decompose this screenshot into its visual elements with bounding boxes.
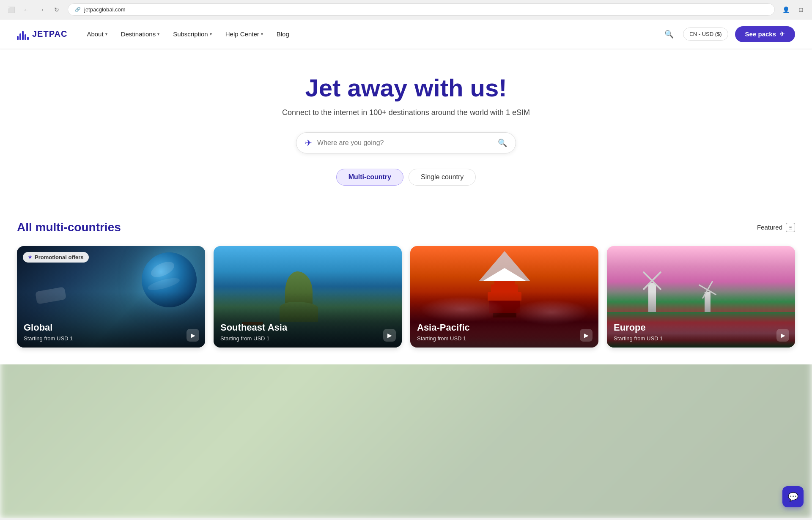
page-wrapper: JETPAC About ▾ Destinations ▾ Subscripti… bbox=[0, 19, 812, 518]
logo-bar-5 bbox=[27, 37, 29, 40]
nav-item-about[interactable]: About ▾ bbox=[81, 27, 113, 41]
search-button[interactable]: 🔍 bbox=[662, 27, 676, 41]
featured-filter-button[interactable]: Featured ⊟ bbox=[757, 223, 795, 232]
card-arrow-sea[interactable]: ▶ bbox=[383, 329, 396, 342]
refresh-button[interactable]: ↻ bbox=[51, 4, 63, 16]
card-arrow-europe[interactable]: ▶ bbox=[776, 329, 789, 342]
split-view-button[interactable]: ⊟ bbox=[795, 4, 807, 16]
account-button[interactable]: 👤 bbox=[780, 4, 792, 16]
promo-badge: ★ Promotional offers bbox=[23, 252, 89, 263]
cards-header: All multi-countries Featured ⊟ bbox=[17, 221, 795, 234]
cards-grid: ★ Promotional offers Global Starting fro… bbox=[17, 246, 795, 348]
search-bar[interactable]: ✈ 🔍 bbox=[296, 132, 516, 153]
plane-icon: ✈ bbox=[779, 30, 785, 38]
card-asia-pacific[interactable]: Asia-Pacific Starting from USD 1 ▶ bbox=[410, 246, 598, 348]
logo-bar-4 bbox=[25, 34, 26, 40]
hero-section: Jet away with us! Connect to the interne… bbox=[0, 49, 812, 207]
star-icon: ★ bbox=[28, 255, 32, 260]
card-info-japan: Asia-Pacific Starting from USD 1 bbox=[417, 322, 579, 341]
nav-item-help[interactable]: Help Center ▾ bbox=[219, 27, 269, 41]
card-arrow-global[interactable]: ▶ bbox=[187, 329, 199, 342]
chat-button[interactable]: 💬 bbox=[782, 486, 804, 507]
search-submit-button[interactable]: 🔍 bbox=[498, 138, 507, 148]
filter-icon: ⊟ bbox=[786, 223, 795, 232]
chevron-down-icon: ▾ bbox=[105, 32, 107, 36]
new-tab-button[interactable]: ⬜ bbox=[5, 4, 17, 16]
language-button[interactable]: EN - USD ($) bbox=[683, 27, 728, 41]
card-price-sea: Starting from USD 1 bbox=[220, 335, 382, 342]
cards-title: All multi-countries bbox=[17, 221, 121, 234]
hero-title: Jet away with us! bbox=[17, 74, 795, 101]
search-input[interactable] bbox=[317, 139, 498, 147]
url-text: jetpacglobal.com bbox=[84, 6, 126, 13]
back-button[interactable]: ← bbox=[20, 4, 32, 16]
card-southeast-asia[interactable]: Southeast Asia Starting from USD 1 ▶ bbox=[214, 246, 402, 348]
address-bar[interactable]: 🔗 jetpacglobal.com bbox=[68, 3, 775, 16]
card-price-global: Starting from USD 1 bbox=[24, 335, 186, 342]
card-name-japan: Asia-Pacific bbox=[417, 322, 579, 333]
filter-tabs: Multi-country Single country bbox=[17, 169, 795, 186]
tab-multi-country[interactable]: Multi-country bbox=[336, 169, 403, 186]
nav-item-subscription[interactable]: Subscription ▾ bbox=[167, 27, 218, 41]
card-price-europe: Starting from USD 1 bbox=[614, 335, 776, 342]
logo-bar-2 bbox=[19, 33, 21, 40]
navbar: JETPAC About ▾ Destinations ▾ Subscripti… bbox=[0, 19, 812, 49]
browser-controls: ⬜ ← → ↻ bbox=[5, 4, 63, 16]
browser-chrome: ⬜ ← → ↻ 🔗 jetpacglobal.com 👤 ⊟ bbox=[0, 0, 812, 19]
chevron-down-icon: ▾ bbox=[210, 32, 212, 36]
chevron-down-icon: ▾ bbox=[261, 32, 263, 36]
logo-text: JETPAC bbox=[32, 29, 67, 39]
card-name-europe: Europe bbox=[614, 322, 776, 333]
logo-bar-3 bbox=[22, 31, 24, 40]
logo-bar-1 bbox=[17, 36, 19, 40]
see-packs-label: See packs bbox=[745, 30, 776, 38]
chevron-down-icon: ▾ bbox=[157, 32, 159, 36]
cards-section: All multi-countries Featured ⊟ bbox=[0, 207, 812, 364]
logo[interactable]: JETPAC bbox=[17, 28, 67, 40]
logo-icon bbox=[17, 28, 29, 40]
browser-right-controls: 👤 ⊟ bbox=[780, 4, 807, 16]
card-info-europe: Europe Starting from USD 1 bbox=[614, 322, 776, 341]
featured-label: Featured bbox=[757, 224, 782, 231]
nav-right: 🔍 EN - USD ($) See packs ✈ bbox=[662, 26, 795, 42]
hero-subtitle: Connect to the internet in 100+ destinat… bbox=[17, 108, 795, 117]
see-packs-button[interactable]: See packs ✈ bbox=[735, 26, 795, 42]
forward-button[interactable]: → bbox=[36, 4, 47, 16]
nav-links: About ▾ Destinations ▾ Subscription ▾ He… bbox=[81, 27, 662, 41]
card-name-sea: Southeast Asia bbox=[220, 322, 382, 333]
card-info-sea: Southeast Asia Starting from USD 1 bbox=[220, 322, 382, 341]
card-info-global: Global Starting from USD 1 bbox=[24, 322, 186, 341]
card-price-japan: Starting from USD 1 bbox=[417, 335, 579, 342]
nav-item-destinations[interactable]: Destinations ▾ bbox=[115, 27, 166, 41]
card-arrow-japan[interactable]: ▶ bbox=[580, 329, 593, 342]
plane-icon: ✈ bbox=[305, 138, 312, 148]
chat-icon: 💬 bbox=[788, 492, 798, 502]
nav-item-blog[interactable]: Blog bbox=[271, 27, 295, 41]
card-global[interactable]: ★ Promotional offers Global Starting fro… bbox=[17, 246, 205, 348]
card-name-global: Global bbox=[24, 322, 186, 333]
tab-single-country[interactable]: Single country bbox=[409, 169, 476, 186]
card-europe[interactable]: Europe Starting from USD 1 ▶ bbox=[607, 246, 795, 348]
lock-icon: 🔗 bbox=[75, 7, 81, 12]
